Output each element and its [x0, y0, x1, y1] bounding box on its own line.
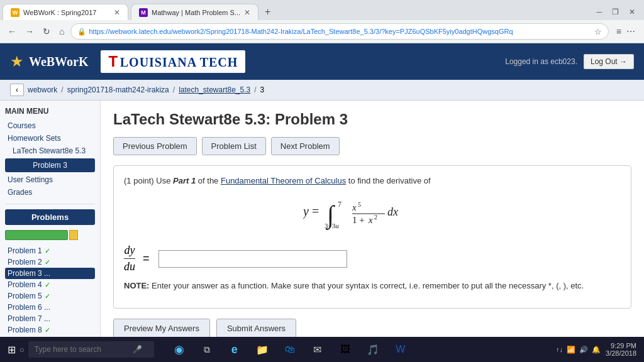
- sidebar-item-set-link[interactable]: LaTech Stewart8e 5.3: [5, 145, 95, 157]
- home-button[interactable]: ⌂: [57, 25, 67, 38]
- problem-ftc-link[interactable]: Fundamental Theorem of Calculus: [221, 176, 346, 185]
- main-layout: MAIN MENU Courses Homework Sets LaTech S…: [0, 101, 644, 362]
- tab-close-1[interactable]: ✕: [114, 8, 120, 17]
- volume-icon[interactable]: 🔊: [579, 346, 588, 354]
- tab-title-2: Mathway | Math Problem S...: [152, 9, 240, 16]
- prev-problem-button[interactable]: Previous Problem: [113, 137, 197, 155]
- sidebar-problem-5-label: Problem 5: [8, 292, 42, 300]
- breadcrumb-course[interactable]: spring201718-math242-irakiza: [67, 85, 169, 94]
- bookmark-icon[interactable]: ☆: [594, 27, 602, 36]
- integral-svg: y = ∫ 7 3−3u x 5 1 + x 2 dx: [303, 193, 441, 231]
- cortana-icon: ◉: [174, 343, 184, 356]
- webwork-logo: ★ WeBWorK: [10, 53, 88, 70]
- mail-icon: ✉: [313, 344, 321, 356]
- sidebar-problem-6[interactable]: Problem 6 ...: [5, 302, 95, 313]
- sidebar-problem-4-label: Problem 4: [8, 280, 42, 289]
- url-box[interactable]: 🔒 https://webwork.latech.edu/webwork2/Sp…: [70, 23, 608, 40]
- taskbar-app-music[interactable]: 🎵: [360, 337, 386, 362]
- taskbar-app-mail[interactable]: ✉: [305, 337, 330, 362]
- problem-of: of the: [198, 176, 219, 185]
- tab-mathway[interactable]: M Mathway | Math Problem S... ✕: [131, 4, 258, 20]
- taskbar-app-word[interactable]: W: [388, 337, 413, 362]
- minimize-button[interactable]: ─: [592, 6, 606, 18]
- search-box[interactable]: 🎤: [28, 341, 154, 358]
- note-body: Enter your answer as a function. Make su…: [152, 281, 584, 290]
- logout-button[interactable]: Log Out →: [584, 54, 634, 69]
- sidebar-problem-7[interactable]: Problem 7 ...: [5, 313, 95, 324]
- refresh-button[interactable]: ↻: [40, 25, 53, 38]
- svg-text:3−3u: 3−3u: [325, 222, 339, 229]
- sidebar-problem-4[interactable]: Problem 4 ✓: [5, 279, 95, 290]
- next-problem-button[interactable]: Next Problem: [271, 137, 340, 155]
- problem-intro: (1 point) Use: [124, 176, 170, 185]
- word-icon: W: [396, 344, 405, 355]
- sidebar-main-menu-label: MAIN MENU: [5, 107, 95, 116]
- taskbar-app-photos[interactable]: 🖼: [333, 337, 358, 362]
- tab-close-2[interactable]: ✕: [244, 8, 250, 17]
- problem-part1: Part 1: [173, 176, 196, 185]
- restore-button[interactable]: ❐: [608, 6, 623, 18]
- answer-input[interactable]: [158, 250, 347, 268]
- sidebar-problem-7-label: Problem 7 ...: [8, 314, 50, 323]
- mic-icon[interactable]: 🎤: [133, 345, 142, 354]
- sidebar-problem-3[interactable]: Problem 3 ...: [5, 268, 95, 279]
- action-center-icon[interactable]: 🔔: [592, 346, 601, 354]
- url-action-icons: ☆: [594, 27, 602, 36]
- breadcrumb-bar: ‹ webwork / spring201718-math242-irakiza…: [0, 80, 644, 101]
- lock-icon: 🔒: [77, 28, 86, 36]
- breadcrumb-webwork[interactable]: webwork: [28, 85, 57, 94]
- sidebar-problem-5[interactable]: Problem 5 ✓: [5, 290, 95, 302]
- sidebar-problem-2[interactable]: Problem 2 ✓: [5, 256, 95, 268]
- taskbar-app-store[interactable]: 🛍: [277, 337, 303, 362]
- problem-box: (1 point) Use Part 1 of the Fundamental …: [113, 165, 631, 309]
- sidebar-item-homework-sets[interactable]: Homework Sets: [5, 132, 95, 145]
- windows-icon[interactable]: ⊞: [8, 344, 16, 356]
- search-input[interactable]: [35, 345, 129, 354]
- taskbar-app-edge[interactable]: e: [222, 337, 247, 362]
- store-icon: 🛍: [285, 344, 295, 355]
- taskbar-app-explorer[interactable]: 📁: [250, 337, 275, 362]
- preview-answers-button[interactable]: Preview My Answers: [113, 319, 210, 338]
- svg-text:=: =: [312, 204, 319, 218]
- sidebar-problem-2-label: Problem 2: [8, 258, 42, 266]
- dy-du-fraction: dy du: [124, 244, 135, 273]
- webwork-site-title: WeBWorK: [29, 55, 88, 69]
- forward-button[interactable]: →: [23, 25, 36, 38]
- tab-favicon-1: W: [11, 8, 19, 17]
- problem-rest: to find the derivative of: [348, 176, 431, 185]
- svg-text:dx: dx: [387, 206, 398, 218]
- toolbar-icons: ≡ ⋯: [613, 26, 639, 36]
- address-bar: ← → ↻ ⌂ 🔒 https://webwork.latech.edu/web…: [0, 20, 644, 43]
- sidebar-item-courses[interactable]: Courses: [5, 119, 95, 132]
- network-icon[interactable]: ↑↓: [556, 346, 563, 353]
- latech-t-icon: T: [108, 53, 118, 70]
- sidebar-problem-8[interactable]: Problem 8 ✓: [5, 324, 95, 336]
- sidebar-divider: [5, 204, 95, 204]
- wifi-icon[interactable]: 📶: [567, 346, 575, 354]
- taskbar-app-cortana[interactable]: ◉: [167, 337, 192, 362]
- submit-answers-button[interactable]: Submit Answers: [216, 319, 296, 338]
- browser-chrome: W WeBWorK : Spring2017 ✕ M Mathway | Mat…: [0, 0, 644, 43]
- sidebar-item-current-problem[interactable]: Problem 3: [5, 158, 95, 172]
- breadcrumb-back-button[interactable]: ‹: [10, 84, 24, 96]
- problem-list-button[interactable]: Problem List: [202, 137, 266, 155]
- tab-webwork[interactable]: W WeBWorK : Spring2017 ✕: [3, 4, 128, 20]
- sidebar-problem-1[interactable]: Problem 1 ✓: [5, 245, 95, 256]
- taskbar-app-task-view[interactable]: ⧉: [194, 337, 219, 362]
- sidebar-problem-6-label: Problem 6 ...: [8, 303, 50, 312]
- task-view-icon: ⧉: [204, 344, 210, 355]
- problem-navigation: Previous Problem Problem List Next Probl…: [113, 137, 631, 155]
- du-label: du: [124, 260, 135, 273]
- sidebar-item-grades[interactable]: Grades: [5, 186, 95, 199]
- extensions-icon[interactable]: ≡: [616, 26, 621, 36]
- logged-in-label: Logged in as ecb023.: [505, 57, 577, 66]
- back-button[interactable]: ←: [5, 25, 19, 38]
- sidebar-item-user-settings[interactable]: User Settings: [5, 173, 95, 186]
- tab-bar: W WeBWorK : Spring2017 ✕ M Mathway | Mat…: [0, 0, 644, 20]
- menu-icon[interactable]: ⋯: [626, 26, 635, 36]
- new-tab-button[interactable]: +: [261, 6, 274, 18]
- close-button[interactable]: ✕: [625, 6, 639, 18]
- svg-text:2: 2: [374, 214, 377, 221]
- breadcrumb-set[interactable]: latech_stewart8e_5.3: [179, 85, 250, 94]
- equals-label: =: [143, 252, 150, 265]
